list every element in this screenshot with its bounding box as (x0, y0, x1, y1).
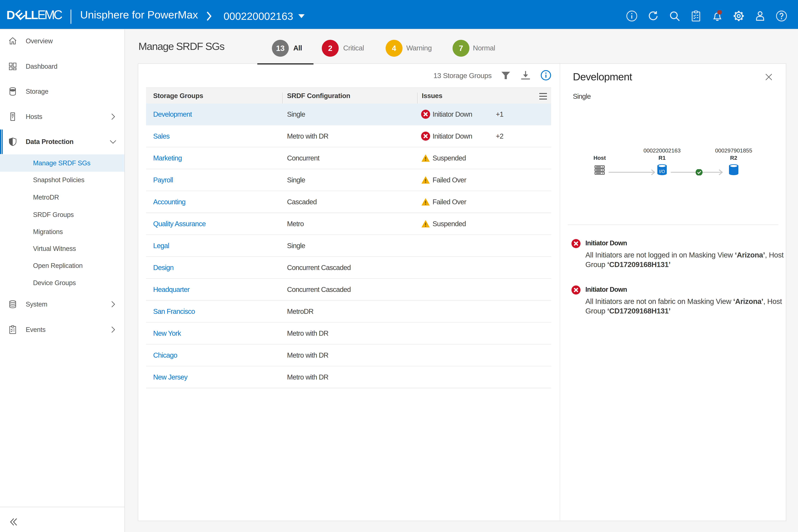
svg-text:L: L (24, 8, 32, 22)
svg-text:EMC: EMC (37, 8, 63, 22)
svg-text:D: D (7, 8, 15, 22)
svg-text:L: L (31, 8, 38, 22)
svg-text:I/O: I/O (659, 169, 665, 174)
